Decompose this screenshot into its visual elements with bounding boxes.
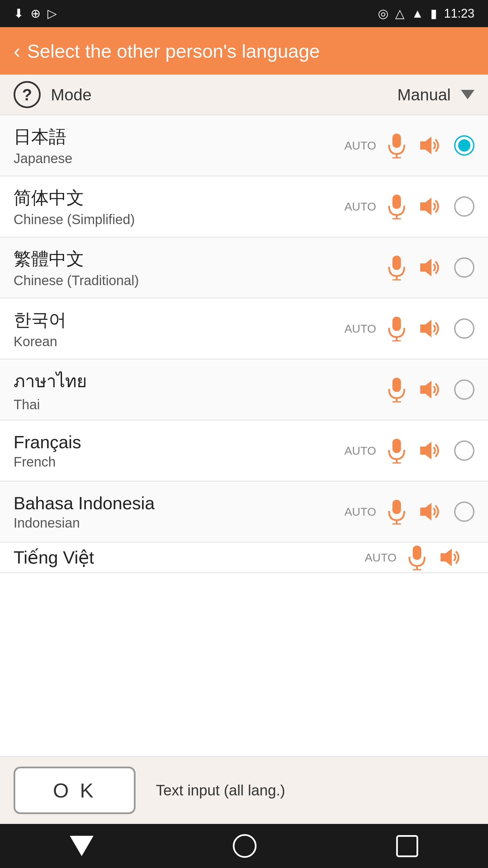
svg-marker-23 xyxy=(420,442,431,459)
mode-label: Mode xyxy=(51,85,398,104)
svg-rect-12 xyxy=(392,317,401,331)
mic-icon[interactable] xyxy=(403,544,430,571)
radio-button[interactable] xyxy=(454,318,474,339)
language-text: 한국어Korean xyxy=(14,308,344,349)
android-icon: ⊕ xyxy=(30,6,41,21)
volume-icon[interactable] xyxy=(417,254,444,281)
language-item[interactable]: Tiếng ViệtAUTO xyxy=(0,542,488,573)
volume-icon[interactable] xyxy=(417,315,444,342)
signal-icon: △ xyxy=(395,6,405,21)
recents-nav-button[interactable] xyxy=(396,835,418,857)
mode-row: ? Mode Manual xyxy=(0,75,488,115)
language-native-name: 한국어 xyxy=(14,308,344,332)
svg-marker-3 xyxy=(420,137,431,154)
language-native-name: Français xyxy=(14,432,344,452)
radio-button[interactable] xyxy=(454,196,474,217)
back-button[interactable]: ‹ xyxy=(14,39,20,63)
language-english-name: Thai xyxy=(14,397,344,412)
svg-rect-4 xyxy=(392,195,401,209)
time-display: 11:23 xyxy=(444,6,474,21)
mic-icon[interactable] xyxy=(383,254,410,281)
language-native-name: ภาษาไทย xyxy=(14,367,344,395)
radio-button[interactable] xyxy=(454,440,474,461)
language-english-name: Korean xyxy=(14,334,344,349)
volume-icon[interactable] xyxy=(417,193,444,220)
mic-icon[interactable] xyxy=(383,437,410,464)
ok-button[interactable]: O K xyxy=(14,767,136,814)
language-native-name: Tiếng Việt xyxy=(14,547,365,568)
language-english-name: Indonesian xyxy=(14,515,344,531)
navigation-bar xyxy=(0,824,488,868)
language-list: 日本語JapaneseAUTO 简体中文Chinese (Simplified)… xyxy=(0,115,488,756)
language-text: 繁體中文Chinese (Traditional) xyxy=(14,247,344,288)
language-english-name: Chinese (Simplified) xyxy=(14,212,344,227)
volume-icon[interactable] xyxy=(417,437,444,464)
home-nav-icon xyxy=(233,834,257,858)
svg-rect-16 xyxy=(392,378,401,392)
text-input-label: Text input (all lang.) xyxy=(156,782,285,799)
radio-inner xyxy=(458,139,470,152)
radio-button[interactable] xyxy=(454,501,474,522)
mic-icon[interactable] xyxy=(383,193,410,220)
language-item[interactable]: Bahasa IndonesiaIndonesianAUTO xyxy=(0,481,488,542)
language-native-name: Bahasa Indonesia xyxy=(14,493,344,513)
language-text: 简体中文Chinese (Simplified) xyxy=(14,186,344,227)
play-icon: ▷ xyxy=(47,6,57,21)
svg-rect-0 xyxy=(392,134,401,148)
volume-icon[interactable] xyxy=(417,376,444,403)
language-native-name: 简体中文 xyxy=(14,186,344,210)
mic-icon[interactable] xyxy=(383,376,410,403)
language-english-name: Japanese xyxy=(14,151,344,166)
help-icon[interactable]: ? xyxy=(14,81,41,108)
mic-icon[interactable] xyxy=(383,498,410,525)
language-text: ภาษาไทยThai xyxy=(14,367,344,412)
mic-icon[interactable] xyxy=(383,315,410,342)
radio-button[interactable] xyxy=(454,257,474,278)
svg-rect-28 xyxy=(413,546,421,560)
mic-icon[interactable] xyxy=(383,132,410,159)
status-left-icons: ⬇ ⊕ ▷ xyxy=(14,6,57,21)
location-icon: ◎ xyxy=(378,6,388,21)
language-text: Bahasa IndonesiaIndonesian xyxy=(14,493,344,531)
language-item[interactable]: FrançaisFrenchAUTO xyxy=(0,420,488,481)
status-bar: ⬇ ⊕ ▷ ◎ △ ▲ ▮ 11:23 xyxy=(0,0,488,27)
language-english-name: Chinese (Traditional) xyxy=(14,273,344,288)
radio-button[interactable] xyxy=(454,135,474,156)
language-native-name: 繁體中文 xyxy=(14,247,344,271)
mode-value: Manual xyxy=(398,85,451,104)
auto-badge: AUTO xyxy=(344,200,376,213)
language-item[interactable]: ภาษาไทยThaiAUTO xyxy=(0,359,488,420)
battery-icon: ▮ xyxy=(430,6,437,21)
auto-badge: AUTO xyxy=(344,505,376,518)
notification-icon: ⬇ xyxy=(14,6,24,21)
help-label: ? xyxy=(22,85,32,104)
language-item[interactable]: 日本語JapaneseAUTO xyxy=(0,115,488,176)
back-nav-button[interactable] xyxy=(70,836,94,856)
language-item[interactable]: 简体中文Chinese (Simplified)AUTO xyxy=(0,176,488,237)
language-native-name: 日本語 xyxy=(14,125,344,149)
language-item[interactable]: 한국어KoreanAUTO xyxy=(0,298,488,359)
home-nav-button[interactable] xyxy=(233,834,257,858)
volume-icon[interactable] xyxy=(417,498,444,525)
page-title: Select the other person's language xyxy=(27,40,320,62)
language-item[interactable]: 繁體中文Chinese (Traditional)AUTO xyxy=(0,237,488,298)
svg-marker-31 xyxy=(441,549,452,566)
radio-button[interactable] xyxy=(454,379,474,400)
svg-rect-20 xyxy=(392,439,401,453)
svg-marker-15 xyxy=(420,320,431,337)
volume-icon[interactable] xyxy=(437,544,464,571)
language-text: 日本語Japanese xyxy=(14,125,344,166)
bottom-bar: O K Text input (all lang.) xyxy=(0,756,488,824)
volume-icon[interactable] xyxy=(417,132,444,159)
header: ‹ Select the other person's language xyxy=(0,27,488,75)
svg-marker-11 xyxy=(420,259,431,276)
language-text: Tiếng Việt xyxy=(14,547,365,568)
auto-badge: AUTO xyxy=(344,444,376,457)
svg-marker-19 xyxy=(420,381,431,398)
ok-label: O K xyxy=(53,779,96,802)
svg-marker-7 xyxy=(420,198,431,215)
svg-rect-8 xyxy=(392,256,401,270)
back-nav-icon xyxy=(70,836,94,856)
language-english-name: French xyxy=(14,454,344,470)
mode-selector[interactable]: Manual xyxy=(398,85,474,104)
